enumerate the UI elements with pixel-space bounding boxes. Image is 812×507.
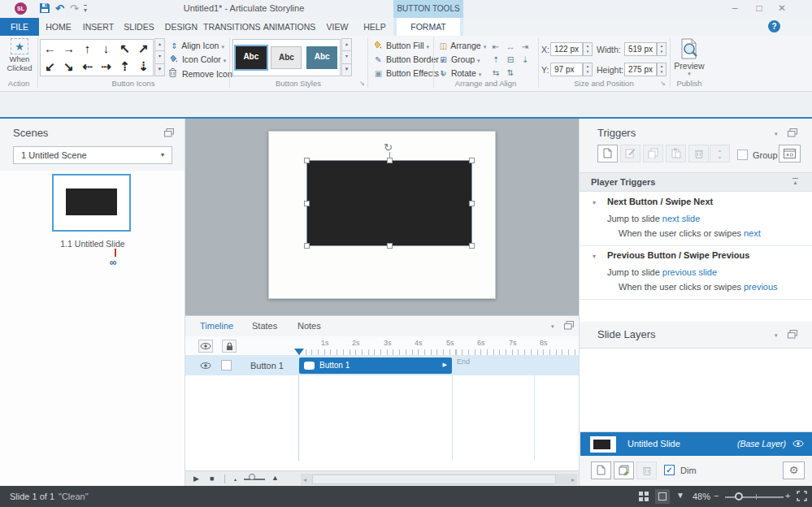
row-checkbox[interactable]: [221, 360, 232, 370]
resize-handle-w[interactable]: [304, 201, 310, 206]
group-triggers-checkbox[interactable]: [737, 150, 748, 160]
button-style-dark-swatch[interactable]: Abc: [236, 46, 267, 69]
preview-button[interactable]: Preview ▾: [671, 38, 707, 79]
slide-view-toggle-icon[interactable]: [655, 489, 670, 504]
manage-variables-button[interactable]: [779, 145, 801, 162]
height-input[interactable]: 275 px: [624, 63, 657, 76]
arrow-dashed-left-icon[interactable]: ⇠: [78, 58, 97, 76]
width-spinner[interactable]: ▴▾: [657, 42, 667, 56]
scrollbar-thumb[interactable]: [312, 474, 556, 484]
tab-insert[interactable]: INSERT: [78, 18, 119, 36]
timeline-scrollbar[interactable]: ◂ ▸: [301, 474, 577, 485]
button-fill-button[interactable]: Button Fill ▾: [373, 41, 429, 53]
icon-color-button[interactable]: Icon Color ▾: [169, 54, 226, 67]
tab-notes[interactable]: Notes: [297, 321, 321, 331]
align-left-icon[interactable]: ⇤: [489, 41, 503, 54]
float-panel-icon[interactable]: [564, 321, 574, 330]
redo-icon[interactable]: ↷: [70, 2, 79, 16]
distribute-horizontal-icon[interactable]: ⇆: [489, 67, 503, 80]
create-trigger-button[interactable]: [597, 145, 618, 162]
timeline-zoom-in-icon[interactable]: ▲: [271, 474, 279, 482]
timeline-bar-button1[interactable]: Button 1 ▶: [299, 358, 452, 374]
resize-handle-n[interactable]: [387, 158, 393, 163]
float-panel-icon[interactable]: [788, 128, 797, 137]
scene-dropdown[interactable]: 1 Untitled Scene ▾: [13, 146, 172, 164]
trigger-condition-link[interactable]: previous: [744, 282, 778, 292]
stop-icon[interactable]: ■: [210, 474, 214, 483]
gallery-scroll-down-icon[interactable]: ▾: [341, 50, 352, 63]
when-clicked-button[interactable]: ★ When Clicked: [4, 38, 35, 77]
align-top-icon[interactable]: ⇡: [489, 54, 503, 67]
align-middle-icon[interactable]: ⊟: [503, 54, 518, 67]
trigger-target-link[interactable]: next slide: [662, 214, 700, 223]
lock-column-button[interactable]: [222, 340, 237, 353]
save-icon[interactable]: [39, 2, 50, 14]
close-button[interactable]: ✕: [773, 2, 791, 15]
fit-slide-icon[interactable]: ▼: [676, 491, 684, 500]
resize-handle-se[interactable]: [469, 243, 475, 249]
undo-icon[interactable]: ↶: [55, 2, 64, 16]
resize-handle-nw[interactable]: [304, 158, 310, 163]
tab-design[interactable]: DESIGN: [159, 18, 203, 36]
chevron-down-icon[interactable]: ▾: [775, 332, 778, 339]
button-style-light-swatch[interactable]: Abc: [271, 46, 302, 69]
arrow-down-right-icon[interactable]: ↘: [59, 58, 78, 76]
zoom-in-icon[interactable]: +: [785, 491, 790, 500]
layer-properties-gear-icon[interactable]: ⚙: [783, 462, 805, 479]
slide-thumbnail[interactable]: [52, 174, 131, 232]
trigger-target-link[interactable]: previous slide: [662, 267, 717, 277]
gallery-scroll-up-icon[interactable]: ▴: [154, 38, 165, 51]
arrow-dashed-up-icon[interactable]: ⇡: [115, 58, 134, 76]
playhead[interactable]: [294, 349, 304, 355]
bar-expand-icon[interactable]: ▶: [443, 362, 447, 368]
duplicate-layer-button[interactable]: [614, 462, 634, 479]
help-icon[interactable]: ?: [768, 20, 780, 32]
arrow-left-icon[interactable]: ←: [41, 40, 59, 58]
distribute-vertical-icon[interactable]: ⇅: [503, 67, 518, 80]
x-spinner[interactable]: ▴▾: [583, 42, 593, 56]
tab-timeline[interactable]: Timeline: [200, 321, 233, 331]
zoom-slider-handle[interactable]: [735, 492, 743, 500]
arrow-down-icon[interactable]: ↓: [97, 40, 115, 58]
arrow-up-left-icon[interactable]: ↖: [115, 40, 134, 58]
size-dialog-launcher-icon[interactable]: ↘: [660, 80, 666, 87]
gallery-more-icon[interactable]: ▼: [341, 63, 352, 76]
zoom-slider-track[interactable]: [725, 496, 784, 498]
base-layer-row[interactable]: Untitled Slide (Base Layer): [580, 432, 812, 456]
chevron-down-icon[interactable]: ▾: [551, 323, 554, 330]
gallery-scroll-up-icon[interactable]: ▴: [341, 38, 352, 51]
timeline-zoom-out-icon[interactable]: ▴: [234, 476, 237, 482]
gallery-more-icon[interactable]: ▼: [154, 63, 165, 76]
tab-view[interactable]: VIEW: [319, 18, 356, 36]
button-styles-dialog-launcher-icon[interactable]: ↘: [359, 80, 365, 87]
align-center-icon[interactable]: ↔: [503, 41, 518, 54]
tab-transitions[interactable]: TRANSITIONS: [203, 18, 260, 36]
timeline-row-name[interactable]: Button 1: [250, 361, 284, 370]
button-style-teal-swatch[interactable]: Abc: [306, 46, 337, 69]
width-input[interactable]: 519 px: [624, 42, 657, 56]
tab-states[interactable]: States: [252, 321, 277, 331]
eye-icon[interactable]: [792, 440, 804, 447]
x-input[interactable]: 122 px: [550, 42, 583, 56]
maximize-button[interactable]: □: [750, 2, 768, 15]
y-input[interactable]: 97 px: [550, 63, 583, 76]
collapse-all-icon[interactable]: ▲: [792, 178, 798, 185]
new-layer-button[interactable]: [591, 462, 611, 479]
timeline-zoom-handle[interactable]: [249, 474, 255, 480]
play-icon[interactable]: ▶: [193, 474, 199, 483]
arrow-up-right-icon[interactable]: ↗: [134, 40, 153, 58]
tab-format[interactable]: FORMAT: [393, 18, 463, 36]
float-panel-icon[interactable]: [788, 330, 797, 339]
align-right-icon[interactable]: ⇥: [518, 41, 532, 54]
resize-handle-e[interactable]: [469, 201, 475, 206]
float-panel-icon[interactable]: [164, 128, 174, 137]
height-spinner[interactable]: ▴▾: [657, 63, 667, 76]
resize-handle-sw[interactable]: [304, 243, 310, 249]
align-bottom-icon[interactable]: ⇣: [518, 54, 532, 67]
tab-file[interactable]: FILE: [0, 18, 39, 36]
align-icon-button[interactable]: ⇕ Align Icon ▾: [169, 41, 224, 53]
arrange-button[interactable]: ◫ Arrange ▾: [438, 41, 486, 53]
story-view-toggle-icon[interactable]: [639, 492, 649, 501]
rotation-handle[interactable]: ↻: [384, 141, 396, 154]
tab-slides[interactable]: SLIDES: [119, 18, 159, 36]
